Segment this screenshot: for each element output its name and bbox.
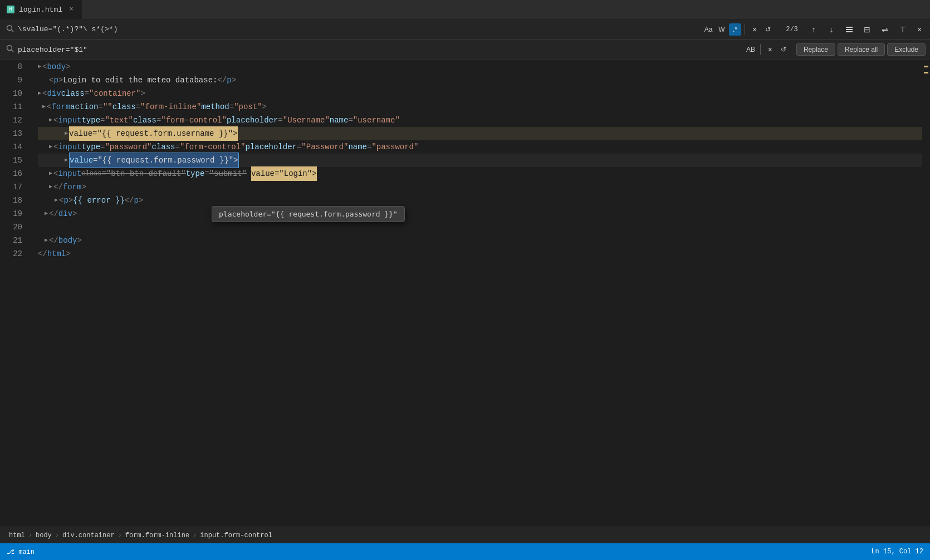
match-case-button[interactable]: Aa	[702, 23, 714, 36]
line-num-15: 15	[0, 154, 25, 167]
fold-icon-15[interactable]: ▶	[65, 154, 68, 167]
fold-icon-11[interactable]: ▶	[42, 100, 46, 114]
scroll-marker-1	[924, 66, 928, 67]
svg-rect-2	[846, 27, 853, 28]
svg-rect-4	[846, 31, 853, 32]
divider2	[760, 44, 761, 55]
clear-find-button[interactable]: ×	[748, 23, 761, 36]
bc-sep-3: ›	[118, 532, 122, 539]
code-line-9: <p>Login to edit the meteo database:</p>	[38, 73, 930, 87]
fold-icon-18[interactable]: ▶	[55, 194, 58, 207]
tooltip-text: placeholder="{{ request.form.password }}…	[219, 210, 398, 218]
wrap-button[interactable]: ⇌	[878, 22, 892, 37]
bc-sep-4: ›	[193, 532, 197, 539]
tab-filename: login.html	[19, 6, 62, 14]
breadcrumb-html[interactable]: html	[9, 532, 25, 539]
code-line-12: ▶ <input type="text" class="form-control…	[38, 114, 930, 127]
breadcrumb-input[interactable]: input.form-control	[200, 532, 272, 539]
file-type-icon: H	[7, 6, 14, 13]
code-line-8: ▶ <body>	[38, 60, 930, 73]
line-num-10: 10	[0, 87, 25, 100]
breadcrumb-body[interactable]: body	[36, 532, 52, 539]
svg-rect-3	[846, 29, 853, 30]
tooltip-popup: placeholder="{{ request.form.password }}…	[212, 206, 405, 222]
line-num-20: 20	[0, 220, 25, 234]
fold-icon-16[interactable]: ▶	[49, 167, 52, 180]
toggle-context-button[interactable]	[842, 22, 856, 37]
line-num-8: 8	[0, 60, 25, 73]
match-word-button[interactable]: W	[716, 23, 728, 36]
close-search-button[interactable]: ×	[913, 23, 926, 36]
code-line-22: </html>	[38, 247, 930, 261]
search-navigation: 2/3 ↑ ↓ ⊟ ⇌ ⊤ ×	[781, 22, 926, 37]
find-input[interactable]	[18, 25, 700, 33]
code-line-21: ▶ </body>	[38, 234, 930, 247]
divider	[745, 24, 745, 35]
editor-area: 8 9 10 11 12 13 14 15 16 17 18 19 20 21 …	[0, 60, 930, 543]
regex-button[interactable]: .*	[729, 23, 741, 36]
code-line-16: ▶ <input class="btn btn-default" type="s…	[38, 167, 930, 180]
code-line-17: ▶ </form>	[38, 180, 930, 194]
line-num-17: 17	[0, 180, 25, 194]
line-num-14: 14	[0, 140, 25, 154]
fold-icon-10[interactable]: ▶	[38, 87, 41, 100]
code-line-19: ▶ </div>	[38, 207, 930, 220]
svg-line-1	[12, 30, 14, 32]
file-tab[interactable]: H login.html ×	[0, 0, 83, 19]
code-area[interactable]: ▶ <body> <p>Login to edit the meteo data…	[33, 60, 930, 543]
scrollbar-track[interactable]	[922, 60, 930, 543]
bc-sep-1: ›	[28, 532, 32, 539]
replace-icon	[4, 45, 16, 55]
line-num-9: 9	[0, 73, 25, 87]
replace-row: AB × ↺ Replace Replace all Exclude	[0, 40, 930, 60]
fold-icon-19[interactable]: ▶	[45, 207, 48, 220]
search-container: Aa W .* × ↺ 2/3 ↑ ↓ ⊟ ⇌ ⊤ ×	[0, 19, 930, 60]
svg-line-6	[12, 50, 14, 52]
fold-icon-21[interactable]: ▶	[45, 234, 48, 247]
line-num-18: 18	[0, 194, 25, 207]
code-line-10: ▶ <div class="container">	[38, 87, 930, 100]
tab-close-button[interactable]: ×	[67, 5, 76, 14]
multiline-button[interactable]: ⊟	[860, 22, 874, 37]
filter-button[interactable]: ⊤	[895, 22, 910, 37]
replace-button[interactable]: Replace	[796, 43, 835, 56]
fold-icon-12[interactable]: ▶	[49, 114, 52, 127]
highlight-match-2-active: value="{{ request.form.password }}">	[69, 153, 238, 168]
clear-replace-button[interactable]: ×	[764, 43, 776, 56]
line-num-19: 19	[0, 207, 25, 220]
fold-icon-13[interactable]: ▶	[65, 127, 68, 140]
find-row: Aa W .* × ↺ 2/3 ↑ ↓ ⊟ ⇌ ⊤ ×	[0, 19, 930, 40]
code-line-14: ▶ <input type="password" class="form-con…	[38, 140, 930, 154]
next-match-button[interactable]: ↓	[824, 22, 839, 37]
find-icon	[4, 24, 16, 35]
replace-buttons-group: Replace Replace all Exclude	[796, 43, 926, 56]
status-branch: ⎇ main	[7, 548, 35, 556]
replace-input[interactable]	[18, 46, 742, 54]
tab-bar: H login.html ×	[0, 0, 930, 19]
highlight-match-3: value="Login">	[251, 166, 317, 181]
replace-action-buttons: AB × ↺	[745, 43, 790, 56]
refresh-replace-button[interactable]: ↺	[777, 43, 790, 56]
match-counter: 2/3	[781, 26, 803, 33]
highlight-match-1: value="{{ request.form.username }}">	[69, 126, 238, 141]
prev-match-button[interactable]: ↑	[806, 22, 821, 37]
fold-icon-14[interactable]: ▶	[49, 140, 52, 154]
breadcrumb-div[interactable]: div.container	[62, 532, 115, 539]
line-num-13: 13	[0, 127, 25, 140]
line-num-12: 12	[0, 114, 25, 127]
scroll-marker-2	[924, 72, 928, 73]
fold-icon-8[interactable]: ▶	[38, 60, 41, 73]
code-line-13: ▶ value="{{ request.form.username }}">	[38, 127, 930, 140]
code-line-11: ▶ <form action="" class="form-inline" me…	[38, 100, 930, 114]
svg-point-5	[7, 46, 12, 51]
code-line-15: ▶ value="{{ request.form.password }}">	[38, 154, 930, 167]
exclude-button[interactable]: Exclude	[887, 43, 926, 56]
replace-all-button[interactable]: Replace all	[838, 43, 885, 56]
line-numbers: 8 9 10 11 12 13 14 15 16 17 18 19 20 21 …	[0, 60, 33, 543]
line-num-11: 11	[0, 100, 25, 114]
find-action-buttons: Aa W .* × ↺	[702, 23, 774, 36]
breadcrumb-form[interactable]: form.form-inline	[125, 532, 189, 539]
fold-icon-17[interactable]: ▶	[49, 180, 52, 194]
refresh-find-button[interactable]: ↺	[762, 23, 774, 36]
preserve-case-button[interactable]: AB	[745, 43, 757, 56]
